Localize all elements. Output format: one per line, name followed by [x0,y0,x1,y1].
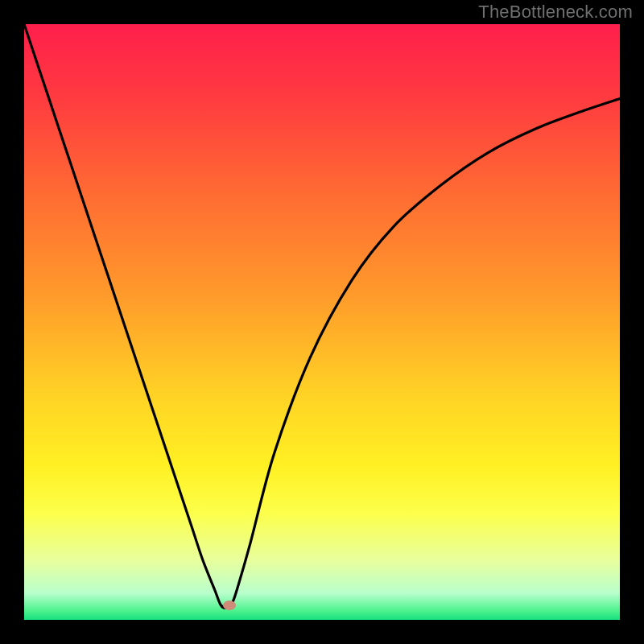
watermark-text: TheBottleneck.com [478,2,633,23]
chart-container: TheBottleneck.com [0,0,644,644]
optimal-point-marker [223,601,236,610]
plot-area [24,24,620,620]
bottleneck-curve [24,24,620,620]
